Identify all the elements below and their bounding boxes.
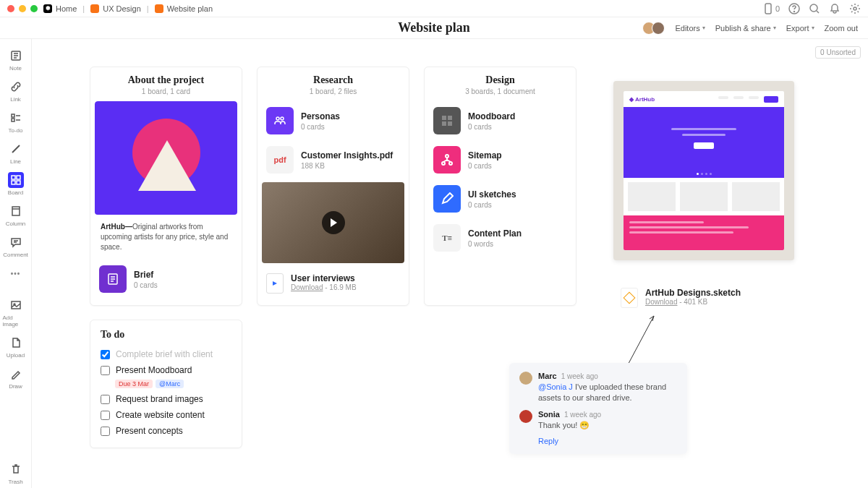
sitemap-icon <box>433 146 461 174</box>
tool-board[interactable]: Board <box>3 169 29 199</box>
tool-link[interactable]: Link <box>3 76 29 106</box>
todo-item[interactable]: Present Moodboard <box>101 362 231 378</box>
todo-item[interactable]: Complete brief with client <box>101 346 231 362</box>
window-chrome: ✽ Home | UX Design | Website plan 0 <box>0 0 868 17</box>
editors-dropdown[interactable]: Editors▾ <box>675 24 705 33</box>
breadcrumb-uxdesign[interactable]: UX Design <box>90 4 141 13</box>
download-link[interactable]: Download <box>645 298 677 306</box>
column-research[interactable]: Research 1 board, 2 files Personas0 card… <box>257 67 409 306</box>
tool-add-image[interactable]: Add image <box>3 294 29 330</box>
svg-rect-19 <box>448 116 452 120</box>
breadcrumb-sep: | <box>147 4 149 13</box>
avatar <box>652 22 665 35</box>
help-icon[interactable] <box>788 3 800 14</box>
tool-trash[interactable]: Trash <box>3 458 29 488</box>
svg-rect-12 <box>12 207 20 215</box>
export-dropdown[interactable]: Export▾ <box>786 24 814 33</box>
file-customer-insights[interactable]: pdf Customer Insights.pdf188 KB <box>262 140 404 179</box>
svg-point-2 <box>794 11 795 12</box>
pencil-icon <box>433 185 461 213</box>
pdf-icon: pdf <box>266 146 294 174</box>
breadcrumb-sep: | <box>82 4 85 13</box>
reply-button[interactable]: Reply <box>538 437 677 445</box>
svg-point-17 <box>281 117 284 120</box>
close-window-button[interactable] <box>7 5 14 12</box>
svg-rect-9 <box>17 176 20 179</box>
breadcrumb-home[interactable]: ✽ Home <box>43 4 77 13</box>
home-icon: ✽ <box>43 4 52 13</box>
todo-title: To do <box>101 329 231 341</box>
svg-rect-6 <box>12 114 14 117</box>
todo-checkbox[interactable] <box>101 395 110 404</box>
due-tag[interactable]: Due 3 Mar <box>115 380 153 388</box>
column-subtitle: 1 board, 2 files <box>262 87 404 95</box>
mention-tag[interactable]: @Marc <box>156 380 184 388</box>
column-subtitle: 3 boards, 1 document <box>429 87 571 95</box>
moodboard-icon <box>433 107 461 134</box>
svg-point-16 <box>276 117 279 120</box>
hero-image <box>95 101 237 215</box>
board-ui-sketches[interactable]: UI sketches0 cards <box>429 179 571 218</box>
text-icon: T≡ <box>433 224 461 252</box>
mention[interactable]: @Sonia J <box>538 382 573 391</box>
video-thumbnail[interactable] <box>262 182 404 263</box>
todo-checkbox[interactable] <box>101 350 110 359</box>
unsorted-pill[interactable]: 0 Unsorted <box>815 46 861 59</box>
board-personas[interactable]: Personas0 cards <box>262 101 404 140</box>
zoom-out-button[interactable]: Zoom out <box>825 24 858 33</box>
column-design[interactable]: Design 3 boards, 1 document Moodboard0 c… <box>424 67 576 306</box>
tool-comment[interactable]: Comment <box>3 231 29 261</box>
tool-todo[interactable]: To-do <box>3 107 29 137</box>
tool-column[interactable]: Column <box>3 200 29 230</box>
breadcrumb-home-label: Home <box>56 4 77 13</box>
page-title: Website plan <box>398 20 470 35</box>
hero-card[interactable]: ArtHub—Original artworks from upcoming a… <box>95 101 237 260</box>
board-brief[interactable]: Brief0 cards <box>95 260 237 299</box>
column-title: Research <box>262 74 404 86</box>
column-title: About the project <box>95 74 237 86</box>
breadcrumb-current-label: Website plan <box>167 4 213 13</box>
todo-item[interactable]: Request brand images <box>101 391 231 407</box>
bell-icon[interactable] <box>829 3 841 14</box>
tool-line[interactable]: Line <box>3 138 29 168</box>
todo-card[interactable]: To do Complete brief with client Present… <box>90 320 242 448</box>
collaborator-avatars[interactable] <box>642 22 665 35</box>
maximize-window-button[interactable] <box>30 5 38 12</box>
todo-checkbox[interactable] <box>101 411 110 420</box>
svg-rect-21 <box>448 121 452 126</box>
document-content-plan[interactable]: T≡ Content Plan0 words <box>429 218 571 257</box>
tool-draw[interactable]: Draw <box>3 363 29 393</box>
svg-point-3 <box>810 4 817 12</box>
minimize-window-button[interactable] <box>19 5 26 12</box>
artboard-preview: ◆ ArtHub <box>624 91 784 250</box>
todo-checkbox[interactable] <box>101 366 110 375</box>
file-user-interviews[interactable]: User interviewsDownload - 16.9 MB <box>262 266 404 301</box>
sketch-artboard[interactable]: ◆ ArtHub <box>613 81 794 260</box>
breadcrumb-current[interactable]: Website plan <box>155 4 213 13</box>
tool-upload[interactable]: Upload <box>3 332 29 361</box>
personas-icon <box>266 107 294 134</box>
comment-thread[interactable]: Marc1 week ago @Sonia J I've uploaded th… <box>509 363 687 454</box>
sketch-file-meta[interactable]: ArtHub Designs.sketchDownload - 401 KB <box>613 278 794 318</box>
comment: Sonia1 week ago Thank you! 😁 <box>519 410 677 431</box>
column-about[interactable]: About the project 1 board, 1 card ArtHub… <box>90 67 242 306</box>
notification-count[interactable]: 0 <box>762 3 780 14</box>
svg-point-23 <box>442 162 445 165</box>
board-moodboard[interactable]: Moodboard0 cards <box>429 101 571 140</box>
tool-note[interactable]: Note <box>3 45 29 74</box>
todo-item[interactable]: Present concepts <box>101 423 231 439</box>
svg-rect-11 <box>17 181 20 184</box>
brief-icon <box>99 265 127 293</box>
todo-checkbox[interactable] <box>101 427 110 436</box>
download-link[interactable]: Download <box>291 283 323 291</box>
comment: Marc1 week ago @Sonia J I've uploaded th… <box>519 372 677 404</box>
board-sitemap[interactable]: Sitemap0 cards <box>429 140 571 179</box>
search-icon[interactable] <box>809 3 820 14</box>
todo-item[interactable]: Create website content <box>101 407 231 423</box>
tool-more[interactable]: ••• <box>3 262 29 284</box>
publish-dropdown[interactable]: Publish & share▾ <box>715 24 776 33</box>
column-subtitle: 1 board, 1 card <box>95 87 237 95</box>
canvas[interactable]: 0 Unsorted About the project 1 board, 1 … <box>32 39 868 488</box>
folder-icon <box>90 4 99 13</box>
settings-icon[interactable] <box>849 3 861 14</box>
